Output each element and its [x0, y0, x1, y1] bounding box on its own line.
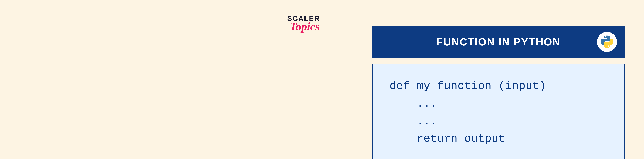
python-icon — [600, 36, 614, 48]
card-title: FUNCTION IN PYTHON — [436, 36, 561, 48]
python-logo-icon — [597, 32, 617, 52]
code-line-1: def my_function (input) — [390, 80, 546, 92]
scaler-topics-logo: SCALER Topics — [287, 14, 320, 33]
code-line-3: ... — [390, 115, 437, 128]
logo-line-topics: Topics — [290, 20, 320, 33]
code-line-2: ... — [390, 97, 437, 110]
card-body: def my_function (input) ... ... return o… — [372, 64, 625, 159]
card-header: FUNCTION IN PYTHON — [372, 26, 625, 58]
code-block: def my_function (input) ... ... return o… — [390, 77, 608, 148]
code-line-4: return output — [390, 132, 505, 145]
function-card: FUNCTION IN PYTHON def my_function (inpu… — [372, 26, 625, 159]
